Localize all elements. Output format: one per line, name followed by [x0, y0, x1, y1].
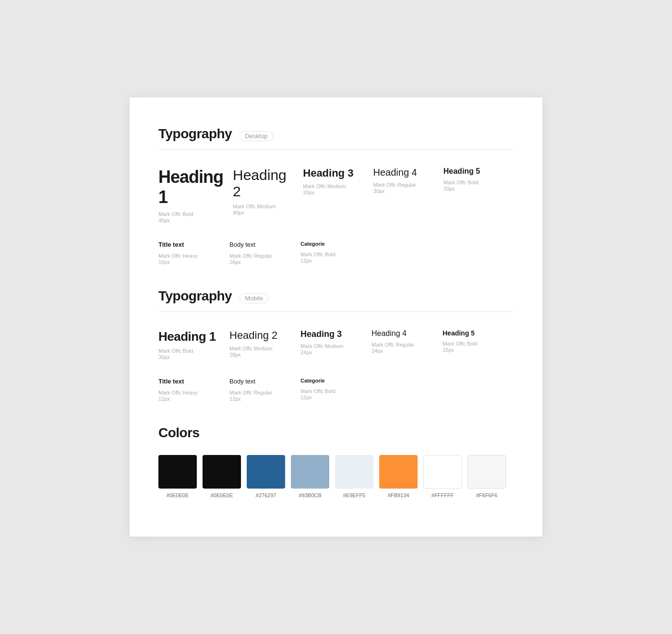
color-label-7: #F6F6F6 — [476, 492, 498, 498]
h3-font: Mark Offc Medium — [303, 183, 363, 189]
mobile-section-badge: Mobile — [240, 293, 268, 303]
mobile-heading-4: Heading 4 Mark Offc Regular 24px — [372, 329, 443, 360]
body-font: Mark Offc Regular — [229, 253, 291, 259]
desktop-section-title: Typography — [158, 126, 232, 142]
categorie-font: Mark Offc Bold — [300, 251, 362, 257]
color-swatch-4 — [335, 455, 373, 489]
mobile-empty-1 — [372, 378, 443, 402]
mh2-size: 28px — [229, 352, 291, 358]
h4-font: Mark Offc Regular — [373, 182, 434, 188]
mobile-title-text-sample: Title text — [158, 378, 220, 385]
color-item-0: #0E0E0E — [158, 455, 197, 498]
h3-size: 30px — [303, 190, 363, 195]
mobile-categorie: Categorie Mark Offc Bold 12px — [300, 378, 372, 402]
mobile-categorie-font: Mark Offc Bold — [300, 388, 362, 394]
mobile-heading-2: Heading 2 Mark Offc Medium 28px — [229, 329, 300, 360]
mobile-body-text-sample: Body text — [229, 378, 291, 385]
desktop-headings-row: Heading 1 Mark Offc Bold 45px Heading 2 … — [158, 167, 514, 224]
color-swatch-2 — [247, 455, 285, 489]
mh4-sample: Heading 4 — [372, 329, 433, 338]
color-label-0: #0E0E0E — [167, 492, 189, 498]
mh2-font: Mark Offc Medium — [229, 346, 291, 351]
desktop-body-text: Body text Mark Offc Regular 16px — [229, 241, 300, 265]
desktop-heading-2: Heading 2 Mark Offc Medium 40px — [233, 167, 303, 224]
color-swatch-5 — [379, 455, 418, 489]
desktop-section-badge: Desktop — [240, 131, 273, 141]
mh1-sample: Heading 1 — [158, 329, 220, 344]
mh3-sample: Heading 3 — [300, 329, 362, 339]
color-label-6: #FFFFFF — [432, 492, 454, 498]
desktop-heading-1: Heading 1 Mark Offc Bold 45px — [158, 167, 233, 224]
body-text-sample: Body text — [229, 241, 291, 248]
desktop-section-header: Typography Desktop — [158, 126, 514, 142]
mobile-headings-row: Heading 1 Mark Offc Bold 30px Heading 2 … — [158, 329, 514, 360]
color-label-1: #0E0E0E — [211, 492, 233, 498]
color-swatch-0 — [158, 455, 197, 489]
mobile-body-size: 12px — [229, 396, 291, 402]
mobile-empty-2 — [443, 378, 514, 402]
categorie-sample: Categorie — [300, 241, 362, 247]
desktop-heading-5: Heading 5 Mark Offc Bold 20px — [444, 167, 514, 224]
color-label-5: #FB9134 — [388, 492, 409, 498]
h1-font: Mark Offc Bold — [158, 211, 223, 217]
mobile-title-size: 12px — [158, 396, 220, 402]
color-swatch-3 — [291, 455, 329, 489]
mh5-sample: Heading 5 — [443, 329, 504, 337]
desktop-text-styles-row: Title text Mark Offc Heavy 16px Body tex… — [158, 241, 514, 265]
title-font: Mark Offc Heavy — [158, 253, 220, 259]
color-item-1: #0E0E0E — [203, 455, 241, 498]
mh4-size: 24px — [372, 348, 433, 354]
main-card: Typography Desktop Heading 1 Mark Offc B… — [130, 97, 542, 537]
color-item-6: #FFFFFF — [423, 455, 462, 498]
color-item-5: #FB9134 — [379, 455, 418, 498]
mobile-section-header: Typography Mobile — [158, 288, 514, 304]
body-size: 16px — [229, 259, 291, 265]
mobile-title-font: Mark Offc Heavy — [158, 390, 220, 395]
desktop-categorie: Categorie Mark Offc Bold 12px — [300, 241, 372, 265]
categorie-size: 12px — [300, 258, 362, 263]
h1-size: 45px — [158, 217, 223, 223]
mh4-font: Mark Offc Regular — [372, 342, 433, 347]
colors-title: Colors — [158, 425, 514, 441]
mh2-sample: Heading 2 — [229, 329, 291, 342]
mh1-font: Mark Offc Bold — [158, 348, 220, 354]
mh1-size: 30px — [158, 354, 220, 360]
color-label-4: #E9EFF5 — [343, 492, 365, 498]
desktop-title-text: Title text Mark Offc Heavy 16px — [158, 241, 229, 265]
h4-size: 30px — [373, 188, 434, 194]
color-label-3: #93B0CB — [299, 492, 321, 498]
mobile-heading-3: Heading 3 Mark Offc Medium 24px — [300, 329, 372, 360]
mobile-text-styles-row: Title text Mark Offc Heavy 12px Body tex… — [158, 378, 514, 402]
color-swatch-1 — [203, 455, 241, 489]
mh3-size: 24px — [300, 349, 362, 355]
mh5-size: 15px — [443, 347, 504, 353]
colors-section: Colors #0E0E0E#0E0E0E#276297#93B0CB#E9EF… — [158, 425, 514, 498]
desktop-heading-3: Heading 3 Mark Offc Medium 30px — [303, 167, 373, 224]
h1-sample: Heading 1 — [158, 167, 223, 207]
color-item-7: #F6F6F6 — [468, 455, 506, 498]
color-swatch-6 — [423, 455, 462, 489]
color-label-2: #276297 — [256, 492, 276, 498]
desktop-empty-2 — [443, 241, 514, 265]
mh3-font: Mark Offc Medium — [300, 343, 362, 349]
desktop-divider — [158, 149, 514, 150]
h2-sample: Heading 2 — [233, 167, 293, 200]
mobile-divider — [158, 311, 514, 312]
h2-size: 40px — [233, 210, 293, 215]
desktop-heading-4: Heading 4 Mark Offc Regular 30px — [373, 167, 444, 224]
h5-font: Mark Offc Bold — [444, 179, 504, 185]
color-item-4: #E9EFF5 — [335, 455, 373, 498]
mobile-title-text: Title text Mark Offc Heavy 12px — [158, 378, 229, 402]
mh5-font: Mark Offc Bold — [443, 341, 504, 347]
color-item-3: #93B0CB — [291, 455, 329, 498]
h4-sample: Heading 4 — [373, 167, 434, 178]
title-size: 16px — [158, 259, 220, 265]
desktop-empty-1 — [372, 241, 443, 265]
mobile-categorie-size: 12px — [300, 395, 362, 400]
color-item-2: #276297 — [247, 455, 285, 498]
mobile-section-title: Typography — [158, 288, 232, 304]
mobile-categorie-sample: Categorie — [300, 378, 362, 383]
color-swatch-7 — [468, 455, 506, 489]
mobile-body-text: Body text Mark Offc Regular 12px — [229, 378, 300, 402]
h3-sample: Heading 3 — [303, 167, 363, 179]
